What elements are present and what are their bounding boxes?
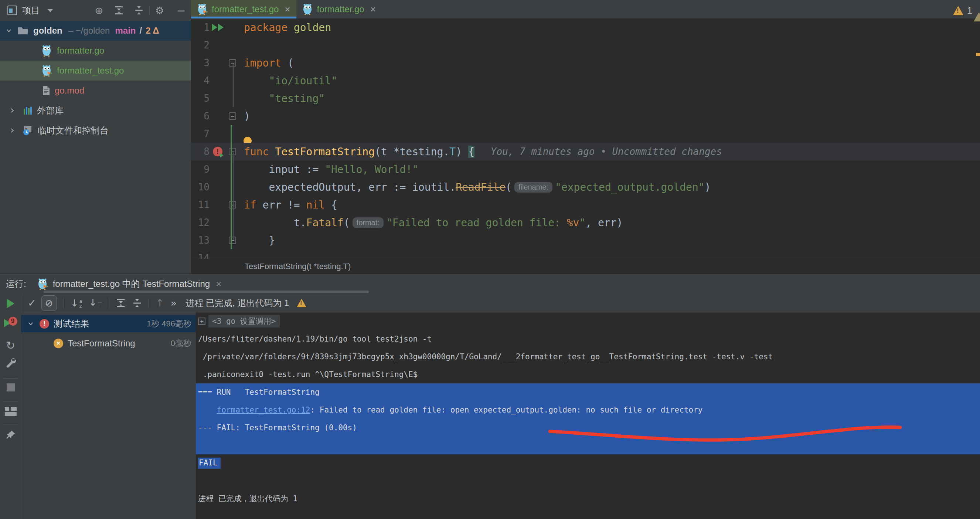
code-token xyxy=(244,75,269,87)
scratches-icon xyxy=(23,125,33,136)
close-icon[interactable]: × xyxy=(285,5,290,14)
code-line-5: 5 "testing" xyxy=(191,89,980,107)
git-branch-label: main xyxy=(115,25,135,36)
section-label: 外部库 xyxy=(37,105,64,116)
tree-item-formatter-test-go[interactable]: formatter_test.go xyxy=(0,60,191,81)
separator: / xyxy=(139,25,142,36)
test-error-icon: ! xyxy=(40,319,49,329)
collapse-all-icon[interactable] xyxy=(133,5,145,16)
gear-icon[interactable]: ⚙ xyxy=(154,5,165,16)
code-token: { xyxy=(468,146,474,158)
close-icon[interactable]: × xyxy=(370,5,376,14)
editor-area[interactable]: formatter_test.go × formatter.go × 1pack… xyxy=(191,0,980,259)
console-folded-region[interactable]: <3 go 设置调用> xyxy=(208,315,280,328)
up-arrow-icon[interactable]: ↑ xyxy=(156,297,164,309)
tab-formatter-test-go[interactable]: formatter_test.go × xyxy=(191,0,296,19)
console-line: 进程 已完成，退出代码为 1 xyxy=(196,490,980,508)
console-line: === RUN TestFormatString xyxy=(196,383,980,401)
stop-icon[interactable] xyxy=(0,383,21,392)
code-line-1: 1package golden xyxy=(191,19,980,36)
line-number: 2 xyxy=(191,40,210,51)
breadcrumb[interactable]: TestFormatString(t *testing.T) xyxy=(245,262,351,271)
libraries-icon xyxy=(23,106,32,115)
failed-test-run-icon[interactable]: ! xyxy=(210,147,226,156)
code-text: func TestFormatString(t *testing.T) {You… xyxy=(239,146,980,158)
code-token: " xyxy=(579,217,585,229)
expand-all-icon[interactable] xyxy=(113,5,125,16)
line-number: 12 xyxy=(191,217,210,228)
tree-item-project-root[interactable]: golden – ~/golden main / 2 Δ xyxy=(0,21,191,41)
fold-marker[interactable]: − xyxy=(226,201,239,209)
fold-marker[interactable]: − xyxy=(226,148,239,155)
console-fail-text: FAIL xyxy=(198,458,221,469)
tree-item-formatter-go[interactable]: formatter.go xyxy=(0,41,191,60)
tab-formatter-go[interactable]: formatter.go × xyxy=(296,0,382,19)
collapse-all-icon[interactable] xyxy=(132,298,142,308)
fold-marker[interactable]: − xyxy=(226,59,239,67)
git-changes-count: 2 Δ xyxy=(146,25,159,36)
test-duration: 1秒 496毫秒 xyxy=(147,318,196,330)
chevrons-icon[interactable]: » xyxy=(171,297,176,309)
code-line-4: 4 "io/ioutil" xyxy=(191,72,980,89)
divider xyxy=(149,6,150,15)
code-line-3: 3−import ( xyxy=(191,54,980,72)
file-label: formatter.go xyxy=(57,45,104,56)
code-token: TestFormatString xyxy=(275,146,375,158)
locate-icon[interactable]: ⊕ xyxy=(93,5,105,16)
hide-panel-icon[interactable]: − xyxy=(175,5,187,16)
toggle-auto-test-icon[interactable]: ↻ xyxy=(0,339,21,352)
settings-wrench-icon[interactable] xyxy=(0,357,21,368)
code-line-2: 2 xyxy=(191,36,980,54)
divider xyxy=(109,298,110,308)
line-number: 8 xyxy=(191,146,210,157)
editor-code[interactable]: 1package golden23−import (4 "io/ioutil"5… xyxy=(191,19,980,259)
section-label: 临时文件和控制台 xyxy=(38,124,109,136)
code-token: %v xyxy=(567,217,579,229)
console-fold-expand-icon[interactable]: + xyxy=(198,318,205,325)
test-runner-toolbar: ✓ ⊘ ↓az ↓—– ↑ » 进程 已完成, 退出代码为 1 xyxy=(21,294,980,312)
fold-marker[interactable]: − xyxy=(226,237,239,244)
code-line-14: 14 xyxy=(191,249,980,259)
parameter-hint: format: xyxy=(353,217,383,228)
goland-ide-window: 项目 ⊕ ⚙ − golden – ~/golden main / 2 Δ fo… xyxy=(0,0,980,519)
code-token: expectedOutput, err := ioutil. xyxy=(244,181,456,193)
tool-window-icon xyxy=(7,6,17,15)
expand-all-icon[interactable] xyxy=(116,298,126,308)
code-token: "Hello, World!" xyxy=(325,163,418,175)
sort-by-duration-icon[interactable]: ↓—– xyxy=(89,297,102,309)
console-line: FAIL xyxy=(196,454,980,472)
fold-guide-line xyxy=(233,64,234,107)
chevron-right-icon xyxy=(10,108,15,113)
test-console-output[interactable]: +<3 go 设置调用>/Users/fliter/dashen/1.19/bi… xyxy=(196,312,980,519)
pin-icon[interactable] xyxy=(0,430,21,440)
chevron-right-icon xyxy=(10,127,15,134)
process-status-text: 进程 已完成, 退出代码为 1 xyxy=(186,297,289,309)
scrollbar-warning-stripe[interactable] xyxy=(976,53,980,56)
show-ignored-icon[interactable]: ⊘ xyxy=(41,295,57,311)
tree-item-go-mod[interactable]: go.mod xyxy=(0,81,191,100)
close-icon[interactable]: × xyxy=(216,279,221,290)
fold-marker[interactable]: − xyxy=(226,112,239,120)
code-token: "Failed to read golden file: xyxy=(386,217,567,229)
restore-layout-icon[interactable] xyxy=(0,407,21,417)
rerun-failed-tests-icon[interactable]: 9 xyxy=(0,317,21,330)
test-results-root-row[interactable]: ! 测试结果 1秒 496毫秒 xyxy=(21,315,196,332)
show-passed-icon[interactable]: ✓ xyxy=(28,297,36,309)
console-file-link[interactable]: formatter_test.go:12 xyxy=(217,406,310,414)
sort-alphabetically-icon[interactable]: ↓az xyxy=(71,298,83,308)
tree-item-scratches[interactable]: 临时文件和控制台 xyxy=(0,121,191,140)
rerun-icon[interactable] xyxy=(0,299,21,308)
run-configuration-tab[interactable]: formatter_test.go 中的 TestFormatString xyxy=(53,278,210,290)
test-case-row[interactable]: × TestFormatString 0毫秒 xyxy=(21,334,196,352)
project-root-name: golden xyxy=(33,25,62,36)
tree-item-external-libraries[interactable]: 外部库 xyxy=(0,100,191,121)
console-line: --- FAIL: TestFormatString (0.00s) xyxy=(196,419,980,436)
chevron-down-icon[interactable] xyxy=(47,9,53,12)
inspection-widget[interactable]: 1 xyxy=(953,5,972,16)
code-token: "io/ioutil" xyxy=(269,75,337,87)
tab-scrollbar-thumb[interactable] xyxy=(44,291,369,293)
run-test-icon[interactable] xyxy=(210,24,226,31)
module-file-icon xyxy=(42,86,50,96)
code-token: ) xyxy=(705,181,711,193)
line-number: 4 xyxy=(191,75,210,86)
